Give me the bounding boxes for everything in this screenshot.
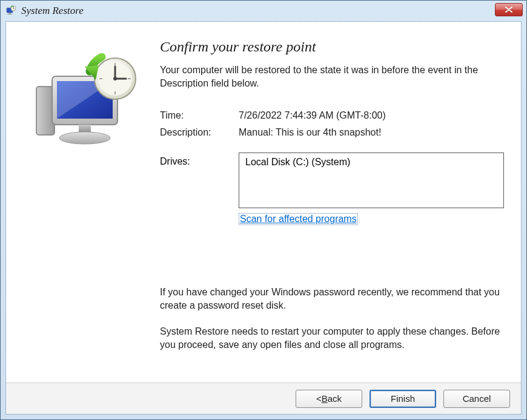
time-row: Time: 7/26/2022 7:44:39 AM (GMT-8:00) bbox=[160, 110, 504, 121]
description-value: Manual: This is our 4th snapshot! bbox=[239, 127, 504, 138]
drives-row: Drives: Local Disk (C:) (System) bbox=[160, 153, 504, 208]
wizard-content: Confirm your restore point Your computer… bbox=[156, 33, 504, 376]
password-warning-text: If you have changed your Windows passwor… bbox=[160, 286, 504, 312]
wizard-button-bar: < Back Finish Cancel bbox=[6, 382, 521, 414]
restart-warning-text: System Restore needs to restart your com… bbox=[160, 325, 504, 351]
titlebar: System Restore bbox=[1, 1, 526, 21]
description-row: Description: Manual: This is our 4th sna… bbox=[160, 127, 504, 138]
close-icon bbox=[505, 7, 512, 13]
close-button[interactable] bbox=[495, 3, 523, 16]
finish-button[interactable]: Finish bbox=[370, 390, 436, 408]
system-restore-graphic-icon bbox=[29, 53, 144, 156]
system-restore-icon bbox=[5, 5, 16, 16]
drive-item[interactable]: Local Disk (C:) (System) bbox=[245, 157, 497, 168]
back-button[interactable]: < Back bbox=[296, 390, 362, 408]
warning-block: If you have changed your Windows passwor… bbox=[160, 286, 504, 351]
page-heading: Confirm your restore point bbox=[160, 39, 504, 55]
wizard-graphic-pane bbox=[17, 33, 156, 376]
system-restore-window: System Restore bbox=[0, 0, 527, 420]
description-label: Description: bbox=[160, 127, 239, 138]
cancel-button[interactable]: Cancel bbox=[443, 390, 510, 408]
back-prefix: < bbox=[316, 393, 322, 404]
svg-point-20 bbox=[113, 77, 117, 80]
svg-rect-2 bbox=[7, 14, 12, 15]
drives-listbox[interactable]: Local Disk (C:) (System) bbox=[239, 153, 504, 208]
time-label: Time: bbox=[160, 110, 239, 121]
svg-rect-1 bbox=[8, 13, 11, 14]
window-title: System Restore bbox=[21, 5, 84, 17]
back-mnemonic: B bbox=[322, 393, 328, 404]
wizard-body: Confirm your restore point Your computer… bbox=[6, 22, 521, 382]
scan-link-row: Scan for affected programs bbox=[239, 213, 504, 225]
wizard-frame: Confirm your restore point Your computer… bbox=[5, 21, 522, 415]
svg-point-11 bbox=[59, 132, 110, 144]
time-value: 7/26/2022 7:44:39 AM (GMT-8:00) bbox=[239, 110, 504, 121]
scan-affected-programs-link[interactable]: Scan for affected programs bbox=[239, 213, 358, 225]
back-suffix: ack bbox=[328, 393, 342, 404]
drives-label: Drives: bbox=[160, 153, 239, 208]
intro-text: Your computer will be restored to the st… bbox=[160, 64, 504, 90]
